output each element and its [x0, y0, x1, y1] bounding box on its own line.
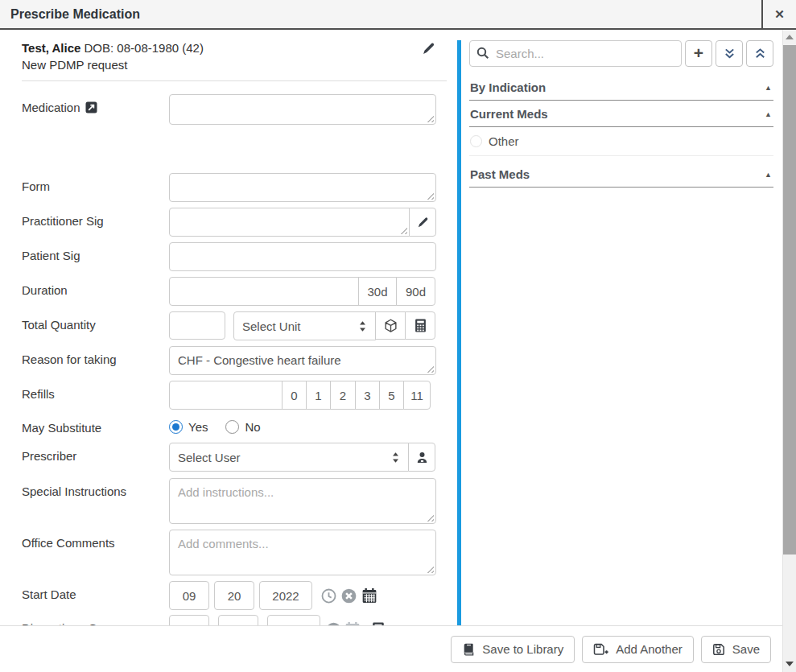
edit-sig-button[interactable]: [409, 208, 436, 237]
special-instructions-input[interactable]: [169, 478, 436, 524]
calculator-icon: [414, 319, 427, 332]
radio-unselected-icon: [470, 135, 482, 147]
duration-input[interactable]: [169, 277, 359, 306]
patient-info: Test, Alice DOB: 08-08-1980 (42) New PDM…: [22, 39, 447, 81]
scroll-down-arrow-icon[interactable]: [786, 662, 794, 666]
select-user-button[interactable]: [408, 443, 435, 472]
patient-name-dob: Test, Alice DOB: 08-08-1980 (42): [22, 39, 447, 56]
scroll-up-arrow-icon[interactable]: [786, 35, 794, 39]
refills-3-button[interactable]: 3: [355, 381, 380, 410]
vertical-scrollbar[interactable]: [782, 30, 796, 672]
start-date-label: Start Date: [22, 587, 76, 601]
patient-sig-input[interactable]: [169, 242, 436, 271]
reason-label: Reason for taking: [22, 352, 117, 366]
date-separator: -: [209, 620, 218, 626]
unit-select[interactable]: Select Unit: [233, 311, 376, 340]
set-time-button[interactable]: [321, 588, 336, 604]
discontinue-day-input[interactable]: [218, 615, 258, 625]
scrollbar-thumb[interactable]: [783, 45, 796, 555]
clear-start-date-button[interactable]: [341, 588, 357, 604]
form-row-prescriber: Prescriber Select User: [22, 443, 457, 472]
collapse-icon: ▲: [765, 171, 772, 179]
add-medication-button[interactable]: +: [685, 40, 712, 67]
refills-2-button[interactable]: 2: [330, 381, 356, 410]
duration-90d-button[interactable]: 90d: [396, 277, 435, 306]
radio-selected-icon: [169, 420, 183, 434]
search-input[interactable]: [469, 40, 682, 67]
section-past-meds[interactable]: Past Meds ▲: [469, 161, 773, 188]
form-row-duration: Duration 30d 90d: [22, 277, 457, 306]
substitute-yes-option[interactable]: Yes: [169, 420, 208, 434]
chevrons-up-icon: [754, 47, 766, 60]
add-another-label: Add Another: [616, 642, 683, 656]
duration-30d-button[interactable]: 30d: [358, 277, 397, 306]
discontinue-month-input[interactable]: [169, 615, 209, 625]
start-date-calendar-button[interactable]: [361, 587, 377, 604]
medication-input[interactable]: [169, 94, 436, 125]
modal-footer: Save to Library Add Another Save: [0, 625, 782, 672]
substitute-no-option[interactable]: No: [225, 420, 260, 434]
drug-lookup-button[interactable]: [375, 311, 406, 340]
sort-arrows-icon: [391, 451, 400, 464]
form-label: Form: [22, 179, 50, 193]
modal-header: Prescribe Medication ✕: [0, 0, 796, 30]
reason-input[interactable]: CHF - Congestive heart failure: [169, 346, 436, 375]
collapse-icon: ▲: [765, 84, 772, 92]
start-day-input[interactable]: [214, 581, 254, 610]
form-row-total-quantity: Total Quantity Select Unit: [22, 311, 457, 340]
prescriber-select[interactable]: Select User: [169, 443, 409, 472]
form-row-patient-sig: Patient Sig: [22, 242, 457, 271]
search-icon: [476, 47, 489, 60]
pencil-icon: [417, 216, 429, 229]
radio-unselected-icon: [225, 420, 239, 434]
refills-5-button[interactable]: 5: [379, 381, 404, 410]
x-circle-icon: [341, 588, 357, 604]
section-by-indication[interactable]: By Indication ▲: [469, 74, 773, 101]
add-another-button[interactable]: Add Another: [582, 636, 694, 663]
current-meds-item-other[interactable]: Other: [469, 127, 773, 156]
expand-all-button[interactable]: [716, 40, 743, 67]
spacer: [22, 130, 457, 173]
start-month-input[interactable]: [169, 581, 209, 610]
form-input[interactable]: [169, 173, 436, 202]
modal-body: Test, Alice DOB: 08-08-1980 (42) New PDM…: [0, 31, 782, 625]
duration-label: Duration: [22, 283, 68, 297]
discontinue-year-input[interactable]: [267, 615, 320, 625]
sort-arrows-icon: [358, 320, 367, 332]
office-comments-label: Office Comments: [22, 536, 115, 550]
refills-1-button[interactable]: 1: [306, 381, 331, 410]
save-to-library-button[interactable]: Save to Library: [451, 636, 575, 663]
section-past-meds-label: Past Meds: [470, 167, 530, 181]
start-year-input[interactable]: [259, 581, 312, 610]
collapse-all-button[interactable]: [746, 40, 773, 67]
prescription-form-pane: Test, Alice DOB: 08-08-1980 (42) New PDM…: [0, 31, 457, 625]
patient-sig-label: Patient Sig: [22, 249, 80, 262]
prescribe-medication-modal: Prescribe Medication ✕ Test, Alice DOB: …: [0, 0, 796, 672]
form-row-may-substitute: May Substitute Yes No: [22, 414, 457, 435]
form-row-office-comments: Office Comments: [22, 530, 457, 575]
form-row-form: Form: [22, 173, 457, 202]
calculator-button[interactable]: [405, 311, 435, 340]
section-current-meds-label: Current Meds: [470, 107, 548, 121]
substitute-no-label: No: [245, 420, 260, 434]
save-button[interactable]: Save: [701, 636, 771, 663]
edit-patient-button[interactable]: [422, 42, 435, 56]
close-icon: ✕: [774, 7, 785, 22]
office-comments-input[interactable]: [169, 530, 436, 575]
current-meds-item-other-label: Other: [489, 134, 519, 148]
practitioner-sig-input[interactable]: [169, 208, 410, 237]
refills-0-button[interactable]: 0: [282, 381, 307, 410]
external-link-icon[interactable]: [85, 101, 97, 113]
collapse-icon: ▲: [765, 110, 772, 118]
clock-icon: [321, 588, 336, 604]
unit-select-value: Select Unit: [242, 320, 358, 333]
section-current-meds[interactable]: Current Meds ▲: [469, 101, 773, 127]
medication-label: Medication: [22, 101, 80, 114]
search-row: +: [469, 40, 773, 67]
section-by-indication-label: By Indication: [470, 80, 546, 94]
refills-input[interactable]: [169, 381, 283, 410]
refills-11-button[interactable]: 11: [403, 381, 431, 410]
total-quantity-input[interactable]: [169, 311, 225, 340]
chevrons-down-icon: [724, 47, 736, 60]
close-button[interactable]: ✕: [761, 0, 796, 28]
